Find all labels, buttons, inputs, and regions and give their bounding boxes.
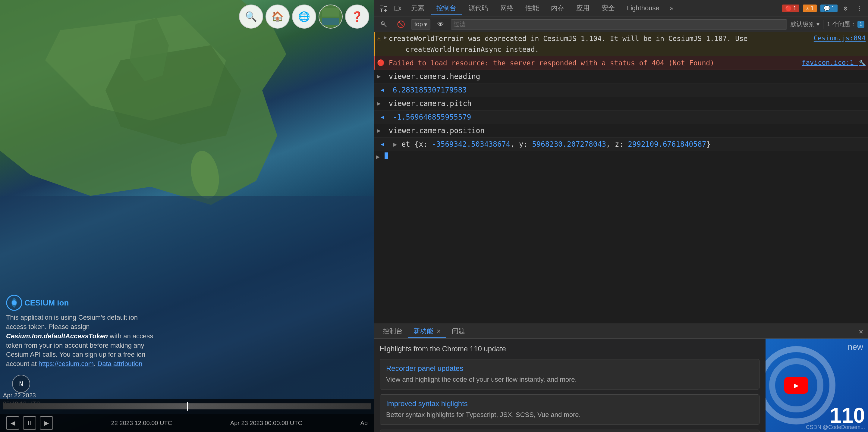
next-button[interactable]: ▶ [40, 416, 53, 430]
console-line-error1: 🔴 ▶ Failed to load resource: the server … [374, 56, 868, 70]
no-entry-button[interactable]: 🚫 [394, 18, 407, 31]
timeline-position [187, 402, 188, 410]
new-label: new [848, 342, 863, 352]
bottom-panel: 控制台 新功能 ✕ 问题 ✕ Highlights from the Chrom… [374, 324, 868, 432]
globe-button[interactable]: 🌐 [292, 4, 316, 29]
cesium-link[interactable]: https://cesium.com [38, 360, 94, 368]
error-text1: Failed to load resource: the server resp… [389, 58, 802, 68]
update-card-3: Clearing Performance Panel on reload The… [380, 430, 760, 432]
info-icon2: ▶ [377, 99, 381, 108]
pause-button[interactable]: ⏸ [23, 416, 36, 430]
timeline-track[interactable] [3, 403, 371, 409]
svg-line-16 [384, 24, 386, 27]
default-levels-label[interactable]: 默认级别 ▾ [790, 20, 819, 28]
update-card-2-title[interactable]: Improved syntax higlights [386, 399, 753, 408]
timeline-mid-label: Apr 23 2023 00:00:00 UTC [230, 420, 302, 427]
value-icon2: ◀ [381, 112, 384, 122]
console-toolbar: 🚫 top ▾ 👁 默认级别 ▾ 1 个问题： 1 [374, 17, 868, 32]
tab-application[interactable]: 应用 [571, 2, 595, 15]
error-link1[interactable]: favicon.ico:1 🔧 [802, 58, 866, 67]
search-button[interactable]: 🔍 [239, 4, 263, 29]
help-button[interactable]: ❓ [345, 4, 369, 29]
timeline-bar [0, 399, 374, 414]
layers-button[interactable] [318, 4, 343, 29]
update-card-2: Improved syntax higlights Better syntax … [380, 394, 760, 425]
svg-point-14 [397, 10, 398, 10]
warn-badge: ⚠ 1 [803, 4, 817, 12]
update-card-1-title[interactable]: Recorder panel updates [386, 364, 753, 373]
bottom-tab-new-features[interactable]: 新功能 ✕ [408, 325, 446, 338]
info-text2: viewer.camera.pitch [389, 98, 866, 109]
chrome-updates-content: Highlights from the Chrome 110 update Re… [374, 339, 868, 432]
svg-line-17 [381, 22, 384, 24]
tab-network[interactable]: 网络 [495, 2, 519, 15]
prev-button[interactable]: ◀ [6, 416, 19, 430]
cesium-logo: CESIUM ion [6, 295, 157, 311]
bottom-tab-issues[interactable]: 问题 [446, 325, 470, 338]
tab-console[interactable]: 控制台 [431, 2, 462, 15]
map-background: 🔍 🏠 🌐 ❓ N 1x Apr 22 2023 08:48:18 UTC [0, 0, 374, 432]
settings-button[interactable]: ⚙ [841, 3, 850, 13]
issues-button[interactable]: 1 个问题： 1 [827, 20, 864, 28]
value-text3: ▶ et {x: -3569342.503438674, y: 5968230.… [393, 139, 866, 150]
tab-security[interactable]: 安全 [596, 2, 620, 15]
console-line-info3: ▶ ▶ viewer.camera.position [374, 124, 868, 138]
tab-lighthouse[interactable]: Lighthouse [621, 2, 665, 14]
youtube-play-button[interactable]: ▶ [784, 377, 808, 394]
console-input-line: ▶ [374, 151, 868, 160]
devtools-topbar-right: 🔴 1 ⚠ 1 💬 1 ⚙ ⋮ [782, 3, 865, 13]
bottom-bar: ◀ ⏸ ▶ 22 2023 12:00:00 UTC Apr 23 2023 0… [0, 414, 374, 432]
bottom-panel-tabs: 控制台 新功能 ✕ 问题 ✕ [374, 324, 868, 339]
tab-performance[interactable]: 性能 [520, 2, 544, 15]
compass: N [12, 375, 30, 393]
info-icon3: ▶ [377, 126, 381, 135]
warn-link1[interactable]: Cesium.js:894 [814, 33, 866, 43]
warn-icon: ⚠ [377, 34, 381, 43]
value-text2: -1.569646855955579 [393, 112, 866, 123]
divider [823, 20, 824, 29]
value-text1: 6.283185307179583 [393, 85, 866, 96]
filter-input[interactable] [451, 19, 787, 30]
home-button[interactable]: 🏠 [266, 4, 290, 29]
issues-label: 1 个问题： [827, 20, 856, 28]
error-badge: 🔴 1 [782, 4, 799, 12]
cesium-logo-text: CESIUM ion [24, 298, 69, 307]
new-features-close-icon[interactable]: ✕ [436, 328, 441, 334]
updates-left-panel: Highlights from the Chrome 110 update Re… [374, 339, 766, 432]
tab-more-button[interactable]: » [666, 3, 677, 14]
info-text1: viewer.camera.heading [389, 71, 866, 82]
console-line-warn1: ⚠ ▶ createWorldTerrain was deprecated in… [374, 32, 868, 56]
svg-rect-13 [400, 7, 401, 10]
panel-close-button[interactable]: ✕ [858, 326, 864, 337]
version-number: 110 [830, 405, 865, 426]
input-prompt-icon: ▶ [376, 153, 380, 160]
value-icon3: ◀ [381, 139, 384, 148]
updates-video-panel: ▶ new 110 [766, 339, 868, 432]
svg-rect-4 [322, 18, 339, 25]
tab-sources[interactable]: 源代码 [463, 2, 494, 15]
inspect-button[interactable] [377, 2, 390, 15]
clear-console-button[interactable] [377, 18, 391, 31]
timeline-start-label: 22 2023 12:00:00 UTC [111, 420, 172, 427]
cesium-logo-icon [6, 295, 23, 311]
console-line-info2: ▶ ▶ viewer.camera.pitch [374, 97, 868, 110]
tab-elements[interactable]: 元素 [406, 2, 430, 15]
attribution-link[interactable]: Data attribution [97, 360, 142, 368]
eye-button[interactable]: 👁 [434, 18, 447, 31]
tab-memory[interactable]: 内存 [546, 2, 569, 15]
level-dropdown-arrow: ▾ [424, 21, 427, 28]
value-icon1: ◀ [381, 85, 384, 94]
update-card-2-desc: Better syntax highlights for Typescript,… [386, 410, 753, 420]
device-toggle-button[interactable] [391, 2, 404, 15]
level-selector[interactable]: top ▾ [411, 19, 430, 30]
info-badge: 💬 1 [820, 4, 838, 12]
level-label: top [414, 21, 423, 28]
svg-rect-3 [322, 8, 339, 17]
console-line-value3: ◀ ▶ et {x: -3569342.503438674, y: 596823… [374, 138, 868, 151]
devtools-panel: 元素 控制台 源代码 网络 性能 内存 应用 安全 Lighthouse » 🔴… [374, 0, 868, 432]
more-menu-button[interactable]: ⋮ [854, 3, 865, 13]
info-icon1: ▶ [377, 72, 381, 81]
console-line-value2: ◀ -1.569646855955579 [374, 110, 868, 124]
expand-warn1[interactable]: ▶ [384, 33, 387, 41]
bottom-tab-console[interactable]: 控制台 [377, 325, 408, 338]
